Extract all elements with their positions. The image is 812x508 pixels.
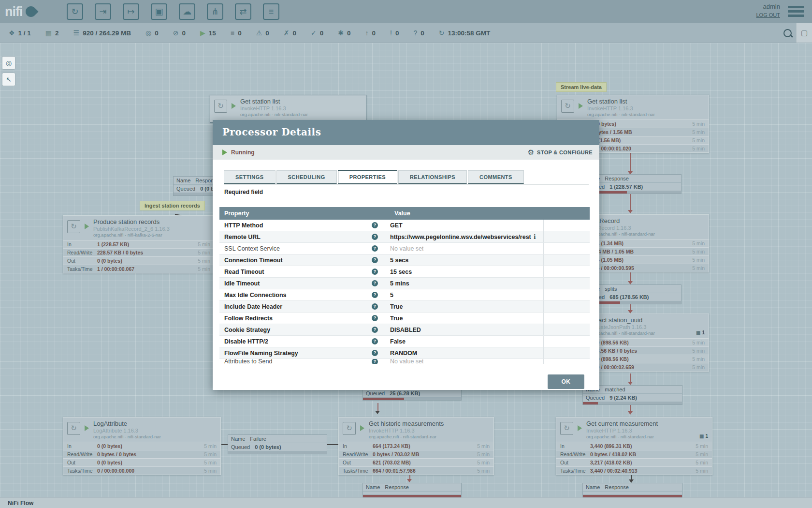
property-value[interactable]: https://www.pegelonline.wsv.de/webservic… — [390, 234, 531, 240]
processor-get-historic-measurements[interactable]: ↻ Get historic measurements InvokeHTTP 1… — [338, 417, 494, 475]
help-icon[interactable]: ? — [372, 303, 378, 310]
info-icon[interactable]: i — [534, 234, 536, 240]
help-icon[interactable]: ? — [372, 245, 378, 252]
tab[interactable]: SCHEDULING — [276, 170, 337, 184]
menu-icon[interactable] — [788, 6, 804, 19]
help-icon[interactable]: ? — [372, 359, 378, 364]
tab[interactable]: RELATIONSHIPS — [398, 170, 467, 184]
cluster-nodes: ❖ 1 / 1 — [9, 29, 31, 37]
stat-row: In664 (173.24 KB)5 min — [339, 442, 493, 450]
help-icon[interactable]: ? — [372, 338, 378, 344]
processor-type: InvokeHTTP 1.16.3 — [586, 428, 658, 433]
property-row: Include Date Header ? True i — [219, 301, 590, 313]
stat-row: Read/Write0 bytes / 0 bytes5 min — [63, 450, 220, 458]
connection-label-response-bottom-center[interactable]: NameResponse — [362, 483, 462, 498]
property-row: Max Idle Connections ? 5 i — [219, 289, 590, 301]
running: ▶ 15 — [200, 29, 216, 37]
processor-name: Get historic measurements — [369, 420, 444, 427]
tab[interactable]: SETTINGS — [224, 170, 276, 184]
property-value[interactable]: GET — [390, 222, 403, 229]
property-value[interactable]: No value set — [390, 359, 423, 364]
process-group-tool[interactable]: ▣ — [151, 3, 167, 20]
property-value[interactable]: True — [390, 315, 403, 322]
property-value[interactable]: DISABLED — [390, 327, 421, 333]
stat-row: Read/Write228.57 KB / 0 bytes5 min — [63, 248, 214, 256]
property-value[interactable]: No value set — [390, 245, 423, 252]
tab[interactable]: PROPERTIES — [338, 170, 397, 184]
help-icon[interactable]: ? — [372, 292, 378, 298]
property-value[interactable]: 5 mins — [390, 280, 409, 287]
running-icon — [360, 425, 364, 431]
connection-arrow — [375, 411, 380, 414]
input-port-tool[interactable]: ⇥ — [95, 3, 111, 20]
user-name: admin — [756, 3, 780, 10]
processor-type: InvokeHTTP 1.16.3 — [587, 105, 655, 111]
help-icon[interactable]: ? — [372, 257, 378, 263]
help-icon[interactable]: ? — [372, 222, 378, 228]
ok-button[interactable]: OK — [548, 374, 584, 389]
help-icon[interactable]: ? — [372, 269, 378, 275]
help-icon[interactable]: ? — [372, 315, 378, 321]
property-name: SSL Context Service — [224, 245, 372, 252]
property-value[interactable]: RANDOM — [390, 350, 417, 357]
processor-tool[interactable]: ↻ — [67, 3, 83, 20]
stat-row: Tasks/Time664 / 00:01:57.9865 min — [339, 466, 493, 475]
property-value[interactable]: 5 secs — [390, 257, 408, 264]
property-value[interactable]: 15 secs — [390, 269, 412, 275]
property-value[interactable]: False — [390, 338, 406, 345]
connection-label-queued-25[interactable]: Queued25 (6.28 KB) — [362, 389, 462, 401]
running-icon — [232, 103, 236, 109]
label-stream-live-data[interactable]: Stream live-data — [556, 82, 607, 92]
processor-get-current-measurement[interactable]: ↻ Get current measurement InvokeHTTP 1.1… — [556, 417, 712, 475]
help-icon[interactable]: ? — [372, 234, 378, 240]
processor-stats: In3,440 (896.31 KB)5 minRead/Write0 byte… — [556, 442, 712, 475]
connection-arrow — [407, 479, 412, 482]
not-transmitting: ⊘ 0 — [173, 29, 186, 37]
processor-get-station-list-selected[interactable]: ↻ Get station list InvokeHTTP 1.16.3 org… — [210, 95, 366, 123]
property-row: FlowFile Naming Strategy ? RANDOM i — [219, 347, 590, 359]
stat-row: In3,440 (896.31 KB)5 min — [556, 442, 712, 450]
property-name: Attributes to Send — [224, 359, 372, 364]
running-icon — [579, 103, 583, 109]
template-tool[interactable]: ⇄ — [235, 3, 251, 20]
tab[interactable]: COMMENTS — [468, 170, 524, 184]
locally-modified: ✱ 0 — [338, 29, 350, 37]
help-icon[interactable]: ? — [372, 280, 378, 286]
property-name: Connection Timeout — [224, 257, 372, 264]
property-name: Remote URL — [224, 234, 372, 240]
label-ingest-station-records[interactable]: Ingest station records — [140, 201, 205, 210]
breadcrumb-bar: NiFi Flow — [0, 497, 812, 508]
breadcrumb[interactable]: NiFi Flow — [8, 500, 33, 507]
label-tool[interactable]: ≡ — [263, 3, 279, 20]
connection-label-response-bottom-right[interactable]: NameResponse — [582, 483, 682, 498]
stat-row: Read/Write0 bytes / 418.02 KB5 min — [556, 450, 712, 458]
processor-icon: ↻ — [343, 422, 356, 435]
search-button[interactable] — [779, 23, 796, 43]
property-value[interactable]: 5 — [390, 292, 393, 299]
target-icon: ◎ — [6, 59, 12, 67]
stop-configure-button[interactable]: ⚙ STOP & CONFIGURE — [528, 148, 593, 157]
property-value[interactable]: True — [390, 303, 403, 310]
property-name: FlowFile Naming Strategy — [224, 350, 372, 357]
help-icon[interactable]: ? — [372, 350, 378, 356]
funnel-tool[interactable]: ⋔ — [207, 3, 223, 20]
logout-link[interactable]: LOG OUT — [756, 12, 780, 18]
target-tool-button[interactable]: ◎ — [2, 56, 15, 70]
connection-arrow — [628, 382, 633, 385]
processor-logattribute[interactable]: ↻ LogAttribute LogAttribute 1.16.3 org.a… — [63, 417, 221, 475]
pointer-tool-button[interactable]: ↖ — [2, 73, 15, 86]
processor-produce-station-records[interactable]: ↻ Produce station records PublishKafkaRe… — [63, 215, 215, 273]
locally-modified-stale: ! 0 — [390, 29, 399, 37]
output-port-tool[interactable]: ↦ — [123, 3, 139, 20]
refresh-time[interactable]: ↻ 13:00:58 GMT — [439, 29, 491, 37]
pointer-icon: ↖ — [6, 75, 12, 83]
remote-process-group-tool[interactable]: ☁ — [179, 3, 195, 20]
help-icon[interactable]: ? — [372, 327, 378, 333]
property-row: Connection Timeout ? 5 secs i — [219, 254, 590, 266]
connection-label-failure[interactable]: NameFailure Queued0 (0 bytes) — [228, 434, 327, 454]
running-icon — [578, 425, 582, 431]
outline-button[interactable]: ▢ — [796, 23, 812, 43]
property-row: Idle Timeout ? 5 mins i — [219, 278, 590, 289]
property-name: Follow Redirects — [224, 315, 372, 322]
processor-name: Get station list — [587, 98, 655, 105]
